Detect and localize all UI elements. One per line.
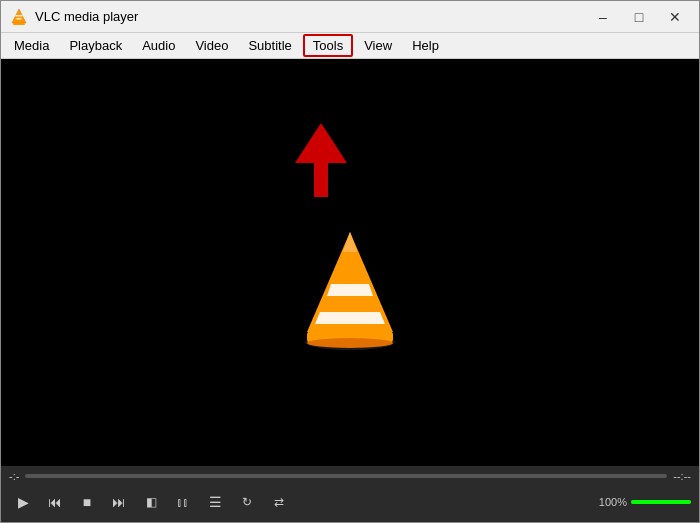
svg-point-13 <box>307 338 393 348</box>
next-button[interactable]: ⏭ <box>105 490 133 514</box>
arrow-annotation <box>291 121 351 201</box>
menu-help[interactable]: Help <box>403 35 448 56</box>
svg-marker-5 <box>295 123 347 163</box>
title-bar-left: VLC media player <box>9 7 138 27</box>
vlc-logo <box>285 224 415 354</box>
svg-rect-1 <box>13 23 25 25</box>
volume-fill <box>631 500 691 504</box>
play-button[interactable]: ▶ <box>9 490 37 514</box>
menu-tools[interactable]: Tools <box>303 34 353 57</box>
remaining-time: --:-- <box>673 470 691 482</box>
window-title: VLC media player <box>35 9 138 24</box>
title-bar: VLC media player – □ ✕ <box>1 1 699 33</box>
menu-view[interactable]: View <box>355 35 401 56</box>
eq-button[interactable]: ⫿⫿ <box>169 490 197 514</box>
loop-button[interactable]: ↻ <box>233 490 261 514</box>
minimize-button[interactable]: – <box>587 7 619 27</box>
current-time: -:- <box>9 470 19 482</box>
vlc-window: VLC media player – □ ✕ Media Playback Au… <box>0 0 700 523</box>
volume-bar[interactable] <box>631 500 691 504</box>
prev-button[interactable]: ⏮ <box>41 490 69 514</box>
shuffle-button[interactable]: ⇄ <box>265 490 293 514</box>
svg-rect-3 <box>17 18 22 20</box>
svg-marker-11 <box>343 232 357 252</box>
menu-audio[interactable]: Audio <box>133 35 184 56</box>
menu-video[interactable]: Video <box>186 35 237 56</box>
title-bar-controls: – □ ✕ <box>587 7 691 27</box>
menu-subtitle[interactable]: Subtitle <box>239 35 300 56</box>
controls-area: -:- --:-- ▶ ⏮ ■ ⏭ ◧ ⫿⫿ ☰ ↻ ⇄ 100% <box>1 466 699 522</box>
progress-track[interactable] <box>25 474 667 478</box>
menu-bar: Media Playback Audio Video Subtitle Tool… <box>1 33 699 59</box>
menu-playback[interactable]: Playback <box>60 35 131 56</box>
menu-media[interactable]: Media <box>5 35 58 56</box>
close-button[interactable]: ✕ <box>659 7 691 27</box>
video-area[interactable] <box>1 59 699 466</box>
app-icon <box>9 7 29 27</box>
svg-marker-9 <box>315 312 385 324</box>
frame-prev-button[interactable]: ◧ <box>137 490 165 514</box>
buttons-row: ▶ ⏮ ■ ⏭ ◧ ⫿⫿ ☰ ↻ ⇄ 100% <box>9 486 691 518</box>
svg-marker-10 <box>327 284 373 296</box>
playlist-button[interactable]: ☰ <box>201 490 229 514</box>
progress-bar-row: -:- --:-- <box>9 470 691 482</box>
stop-button[interactable]: ■ <box>73 490 101 514</box>
volume-area: 100% <box>599 496 691 508</box>
svg-rect-4 <box>314 159 328 197</box>
svg-rect-2 <box>16 15 23 17</box>
volume-label: 100% <box>599 496 627 508</box>
maximize-button[interactable]: □ <box>623 7 655 27</box>
